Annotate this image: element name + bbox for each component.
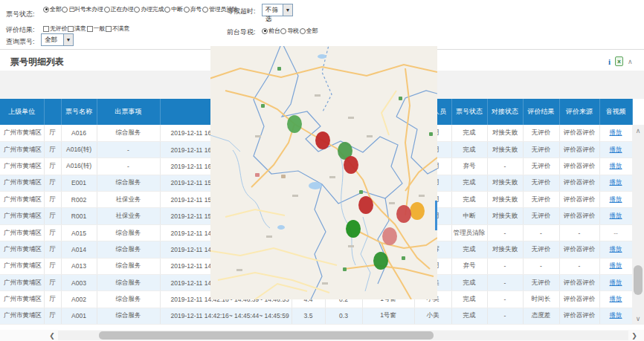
radio-option[interactable]: 全部 xyxy=(300,27,318,35)
radio-icon[interactable] xyxy=(184,7,190,13)
scroll-down-icon[interactable]: ∨ xyxy=(632,313,644,325)
radio-icon[interactable] xyxy=(43,7,49,13)
radio-icon[interactable] xyxy=(164,7,170,13)
table-cell: 3.5 xyxy=(292,308,325,324)
play-link[interactable]: 播放 xyxy=(610,178,622,186)
map-marker[interactable] xyxy=(315,131,330,149)
checkbox-option[interactable]: 不满意 xyxy=(106,25,129,33)
table-cell: A016(转) xyxy=(61,141,97,157)
query-ticket-select[interactable]: 全部 ▼ xyxy=(41,33,74,46)
table-cell: 社保业务 xyxy=(97,208,160,224)
checkbox-option[interactable]: 无评价 xyxy=(43,25,67,33)
scroll-right-icon[interactable]: ❯ xyxy=(628,330,640,341)
info-icon[interactable]: i xyxy=(608,57,611,66)
play-link[interactable]: 播放 xyxy=(610,129,622,136)
play-link[interactable]: 播放 xyxy=(610,162,622,169)
column-header: 出票事项 xyxy=(97,99,160,125)
table-cell: - xyxy=(487,275,523,291)
table-cell: 厅 xyxy=(44,192,61,208)
table-cell: 综合服务 xyxy=(97,308,160,324)
map-marker[interactable] xyxy=(410,202,425,220)
checkbox-icon[interactable] xyxy=(87,26,93,32)
table-cell: A003 xyxy=(61,275,97,291)
table-cell: 厅 xyxy=(44,141,61,157)
scroll-left-icon[interactable]: ❮ xyxy=(46,330,58,341)
play-link[interactable]: 播放 xyxy=(610,279,622,286)
table-cell: 播放 xyxy=(599,241,632,258)
table-cell: 播放 xyxy=(599,175,632,191)
radio-option[interactable]: 正在办理 xyxy=(104,5,134,13)
table-cell: 播放 xyxy=(599,275,632,291)
radio-label: 导税 xyxy=(287,27,298,35)
radio-label: 办理完成 xyxy=(141,5,164,13)
radio-icon[interactable] xyxy=(134,7,140,13)
table-cell: 对接失败 xyxy=(487,208,523,224)
play-link[interactable]: 播放 xyxy=(610,311,622,319)
excel-export-icon[interactable]: x xyxy=(615,56,623,66)
checkbox-icon[interactable] xyxy=(68,26,74,32)
table-cell: A014 xyxy=(61,241,97,258)
play-link[interactable]: 播放 xyxy=(610,212,622,219)
map-boundaries xyxy=(254,46,437,299)
play-link[interactable]: 播放 xyxy=(610,245,622,253)
table-cell: 完成 xyxy=(451,175,487,191)
radio-icon[interactable] xyxy=(202,7,208,13)
radio-icon[interactable] xyxy=(300,28,306,34)
table-cell: 小美 xyxy=(414,308,451,324)
play-link[interactable]: 播放 xyxy=(610,195,622,203)
table-cell: 时间长 xyxy=(523,291,559,308)
table-cell: 完成 xyxy=(451,192,487,208)
radio-icon[interactable] xyxy=(62,7,68,13)
horizontal-scroll-thumb[interactable] xyxy=(99,331,434,340)
table-row[interactable]: 广州市黄埔区厅A001综合服务2019-12-11 14:42:16~ 14:4… xyxy=(0,308,632,324)
vertical-scroll-thumb[interactable] xyxy=(634,265,643,295)
map-marker[interactable] xyxy=(344,156,358,174)
play-link[interactable]: 播放 xyxy=(610,295,622,302)
table-cell: 厅 xyxy=(44,275,61,291)
radio-option[interactable]: 已叫号未办理 xyxy=(62,5,103,13)
map-marker[interactable] xyxy=(382,227,397,245)
radio-option[interactable]: 中断 xyxy=(164,5,182,13)
map-marker[interactable] xyxy=(346,220,361,238)
radio-icon[interactable] xyxy=(262,28,268,34)
checkbox-icon[interactable] xyxy=(43,26,49,32)
table-cell: 厅 xyxy=(44,241,61,258)
table-cell: -- xyxy=(599,224,632,241)
radio-option[interactable]: 前台 xyxy=(262,27,280,35)
play-link[interactable]: 播放 xyxy=(610,146,622,153)
map-marker[interactable] xyxy=(287,115,302,133)
table-cell: - xyxy=(487,158,523,175)
checkbox-option[interactable]: 一般 xyxy=(87,25,105,33)
table-cell: 厅 xyxy=(44,308,61,324)
table-cell: 广州市黄埔区 xyxy=(0,208,44,224)
map-marker[interactable] xyxy=(358,196,373,214)
table-cell: A015 xyxy=(61,224,97,241)
table-cell: 厅 xyxy=(44,125,61,141)
radio-icon[interactable] xyxy=(280,28,286,34)
table-cell: 评价器评价 xyxy=(559,275,599,291)
map-marker[interactable] xyxy=(396,205,411,223)
map-canvas xyxy=(210,46,437,299)
scroll-up-icon[interactable]: ∧ xyxy=(632,125,644,137)
radio-option[interactable]: 导税 xyxy=(280,27,298,35)
collapse-icon[interactable]: ∧ xyxy=(628,58,633,65)
map-marker[interactable] xyxy=(373,252,388,270)
no-media-text: -- xyxy=(614,230,618,237)
wait-timeout-select[interactable]: 不筛选 ▼ xyxy=(262,4,293,16)
table-cell: - xyxy=(559,224,599,241)
table-cell: 评价器评价 xyxy=(559,175,599,191)
radio-option[interactable]: 弃号 xyxy=(184,5,202,13)
ticket-status-options: 全部已叫号未办理正在办理办理完成中断弃号管理员清除 xyxy=(43,5,239,13)
radio-icon[interactable] xyxy=(104,7,110,13)
column-header: 评价来源 xyxy=(559,99,599,125)
column-header: 票号名称 xyxy=(61,99,97,125)
vertical-scrollbar[interactable]: ∧ ∨ xyxy=(632,125,644,325)
table-cell: 综合服务 xyxy=(97,224,160,241)
checkbox-icon[interactable] xyxy=(106,26,112,32)
play-link[interactable]: 播放 xyxy=(610,262,622,269)
table-cell: 播放 xyxy=(599,258,632,274)
radio-option[interactable]: 办理完成 xyxy=(134,5,164,13)
map-overlay[interactable] xyxy=(210,46,437,299)
checkbox-option[interactable]: 满意 xyxy=(68,25,86,33)
radio-option[interactable]: 全部 xyxy=(43,5,61,13)
